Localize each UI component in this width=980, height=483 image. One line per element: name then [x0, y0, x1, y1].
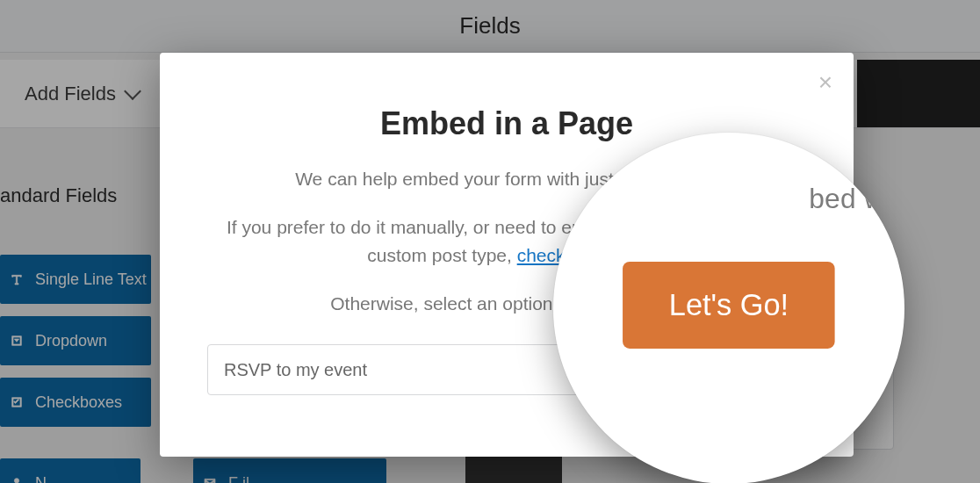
text-icon [9, 272, 25, 286]
lets-go-label: Let's Go! [669, 287, 789, 322]
toolbar-right-dark [857, 60, 980, 127]
field-checkboxes[interactable]: Checkboxes [0, 378, 151, 427]
field-label: Checkboxes [35, 393, 122, 412]
field-email[interactable]: F il [193, 458, 386, 483]
zoom-lens: bed wizard. Let's Go! [553, 133, 904, 483]
add-fields-label: Add Fields [25, 83, 116, 105]
field-dropdown[interactable]: Dropdown [0, 316, 151, 365]
checkbox-icon [9, 395, 25, 409]
envelope-icon [202, 476, 218, 483]
field-label: F il [228, 474, 249, 484]
add-fields-dropdown[interactable]: Add Fields [25, 83, 139, 105]
field-name[interactable]: N [0, 458, 141, 483]
lets-go-button[interactable]: Let's Go! [623, 262, 835, 349]
caret-down-square-icon [9, 334, 25, 348]
standard-fields-heading: andard Fields [0, 184, 117, 207]
chevron-down-icon [124, 83, 141, 100]
field-label: Single Line Text [35, 270, 147, 289]
page-title: Fields [459, 12, 520, 40]
close-icon[interactable]: × [818, 70, 832, 95]
page-header: Fields [0, 0, 980, 53]
extra-field-row: N F il [0, 458, 386, 483]
user-icon [9, 476, 25, 483]
standard-fields-list: Single Line Text Dropdown Checkboxes [0, 255, 151, 427]
field-label: Dropdown [35, 332, 107, 350]
field-label: N [35, 474, 47, 484]
field-single-line-text[interactable]: Single Line Text [0, 255, 151, 304]
